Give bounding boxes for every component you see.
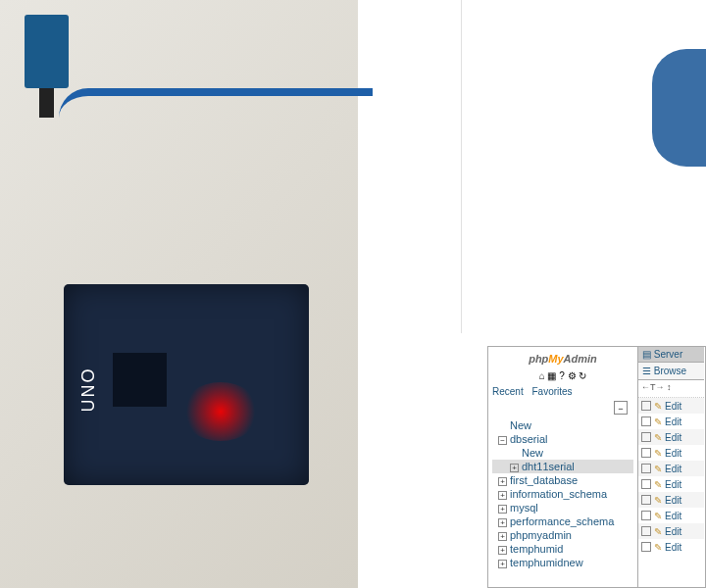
pma-main-panel: ▤ Server ☰ Browse ←T→ ↕ ✎Edit✎Edit✎Edit✎…: [637, 347, 704, 587]
table-rows: ✎Edit✎Edit✎Edit✎Edit✎Edit✎Edit✎Edit✎Edit…: [638, 398, 704, 555]
expand-icon[interactable]: +: [498, 491, 507, 500]
expand-icon[interactable]: +: [498, 518, 507, 527]
breadcrumb-server[interactable]: ▤ Server: [638, 347, 704, 363]
tree-node-label: mysql: [510, 502, 538, 514]
edit-link[interactable]: Edit: [665, 542, 681, 553]
collapse-all-button[interactable]: −: [614, 401, 628, 415]
tree-node[interactable]: New: [492, 418, 633, 432]
table-row: ✎Edit: [638, 445, 704, 461]
phpmyadmin-window: phpMyAdmin ⌂ ▦ ? ⚙ ↻ Recent Favorites − …: [487, 346, 706, 588]
edit-link[interactable]: Edit: [665, 448, 681, 459]
row-checkbox[interactable]: [641, 401, 651, 411]
table-row: ✎Edit: [638, 523, 704, 539]
pma-sidebar: phpMyAdmin ⌂ ▦ ? ⚙ ↻ Recent Favorites − …: [488, 347, 637, 587]
tree-node-label: information_schema: [510, 488, 607, 500]
browse-icon: ☰: [642, 366, 651, 376]
table-row: ✎Edit: [638, 398, 704, 414]
row-checkbox[interactable]: [641, 526, 651, 536]
tree-node-label: phpmyadmin: [510, 529, 572, 541]
expand-icon[interactable]: +: [498, 532, 507, 541]
edit-icon[interactable]: ✎: [654, 511, 662, 521]
database-tree: New−dbserialNew+dht11serial+first_databa…: [492, 418, 633, 569]
table-row: ✎Edit: [638, 508, 704, 523]
tree-node[interactable]: +information_schema: [492, 487, 633, 501]
logo-part-admin: Admin: [564, 353, 597, 365]
edit-link[interactable]: Edit: [665, 464, 681, 474]
edit-link[interactable]: Edit: [665, 526, 681, 537]
tab-favorites[interactable]: Favorites: [531, 386, 572, 397]
expand-icon[interactable]: +: [498, 546, 507, 555]
tree-node[interactable]: +dht11serial: [492, 460, 633, 473]
edit-link[interactable]: Edit: [665, 495, 681, 506]
edit-link[interactable]: Edit: [665, 401, 681, 412]
row-checkbox[interactable]: [641, 511, 651, 520]
pma-logo[interactable]: phpMyAdmin: [492, 353, 633, 365]
row-checkbox[interactable]: [641, 464, 651, 473]
edit-icon[interactable]: ✎: [654, 416, 662, 427]
edit-icon[interactable]: ✎: [654, 542, 662, 553]
expand-icon[interactable]: +: [498, 505, 507, 514]
power-leds: [181, 382, 260, 441]
table-row: ✎Edit: [638, 414, 704, 429]
tree-node-label: performance_schema: [510, 515, 614, 527]
sql-icon[interactable]: ▦: [547, 370, 556, 381]
table-row: ✎Edit: [638, 461, 704, 476]
home-icon[interactable]: ⌂: [539, 370, 545, 381]
table-row: ✎Edit: [638, 429, 704, 445]
tree-node[interactable]: +performance_schema: [492, 514, 633, 528]
row-checkbox[interactable]: [641, 542, 651, 552]
usb-cable: [59, 88, 373, 147]
edit-icon[interactable]: ✎: [654, 432, 662, 443]
settings-icon[interactable]: ⚙: [568, 370, 577, 381]
edit-link[interactable]: Edit: [665, 479, 681, 490]
tree-node[interactable]: +mysql: [492, 501, 633, 514]
pma-quick-icons[interactable]: ⌂ ▦ ? ⚙ ↻: [492, 370, 633, 381]
expand-icon[interactable]: +: [510, 464, 519, 472]
mcu-chip: [113, 353, 167, 407]
edit-icon[interactable]: ✎: [654, 495, 662, 506]
pma-collapse-row: −: [492, 401, 633, 415]
tree-node-label: New: [522, 447, 543, 459]
docs-icon[interactable]: ?: [559, 370, 565, 381]
expand-icon[interactable]: −: [498, 436, 507, 445]
tab-recent[interactable]: Recent: [492, 386, 524, 397]
tree-node-label: dht11serial: [522, 461, 575, 472]
tree-node[interactable]: +phpmyadmin: [492, 528, 633, 542]
tree-node[interactable]: +first_database: [492, 473, 633, 487]
tree-node[interactable]: −dbserial: [492, 432, 633, 446]
row-checkbox[interactable]: [641, 495, 651, 505]
sort-toolbar[interactable]: ←T→ ↕: [638, 380, 704, 398]
row-checkbox[interactable]: [641, 479, 651, 489]
dht11-sensor: [25, 15, 69, 88]
edit-icon[interactable]: ✎: [654, 526, 662, 537]
upper-right-panel: [461, 0, 706, 333]
edit-link[interactable]: Edit: [665, 511, 681, 521]
table-row: ✎Edit: [638, 492, 704, 508]
tree-node[interactable]: New: [492, 446, 633, 460]
reload-icon[interactable]: ↻: [579, 370, 586, 381]
hardware-photo: UNO: [0, 0, 358, 588]
edit-icon[interactable]: ✎: [654, 479, 662, 490]
row-checkbox[interactable]: [641, 432, 651, 442]
edit-icon[interactable]: ✎: [654, 448, 662, 459]
browse-label: Browse: [654, 366, 686, 376]
row-checkbox[interactable]: [641, 416, 651, 426]
tree-node-label: New: [510, 419, 531, 431]
tab-browse[interactable]: ☰ Browse: [638, 363, 704, 380]
tree-node-label: temphumid: [510, 543, 563, 555]
edit-icon[interactable]: ✎: [654, 464, 662, 474]
edit-link[interactable]: Edit: [665, 416, 681, 427]
table-row: ✎Edit: [638, 476, 704, 492]
tree-node[interactable]: +temphumid: [492, 542, 633, 556]
logo-part-my: My: [548, 353, 563, 365]
edit-link[interactable]: Edit: [665, 432, 681, 443]
edit-icon[interactable]: ✎: [654, 401, 662, 412]
expand-icon[interactable]: +: [498, 477, 507, 486]
tree-node-label: dbserial: [510, 433, 548, 445]
arduino-uno-board: UNO: [64, 284, 309, 485]
tree-node[interactable]: +temphumidnew: [492, 556, 633, 569]
expand-icon[interactable]: +: [498, 560, 507, 568]
row-checkbox[interactable]: [641, 448, 651, 458]
logo-part-php: php: [529, 353, 548, 365]
logo-fragment: [652, 49, 706, 167]
